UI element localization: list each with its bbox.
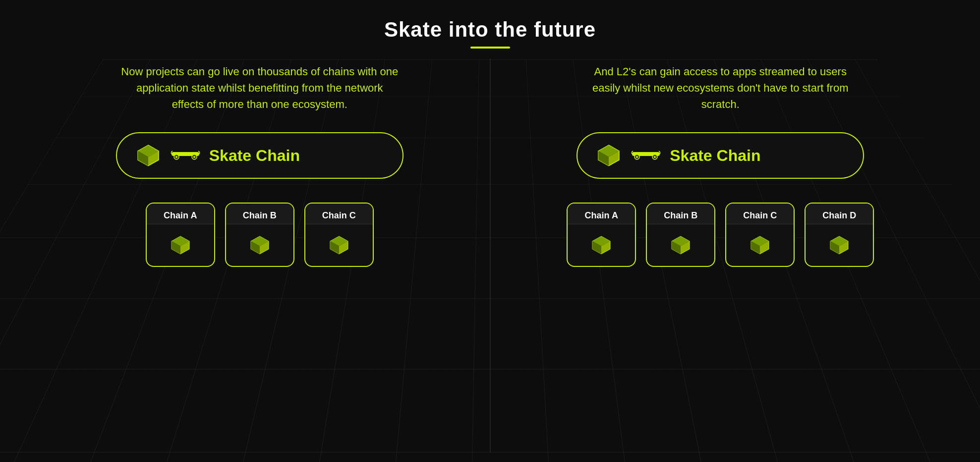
left-chain-b: Chain B	[225, 203, 294, 267]
left-skate-chain-pill: Skate Chain	[116, 132, 404, 179]
page-title: Skate into the future	[384, 18, 596, 42]
right-chain-d-body	[806, 224, 873, 266]
svg-point-6	[175, 156, 177, 158]
right-chain-d-cube	[828, 234, 850, 256]
right-chain-d-label: Chain D	[806, 204, 873, 224]
left-column: Now projects can go live on thousands of…	[30, 49, 490, 462]
right-column: And L2's can gain access to apps streame…	[491, 49, 951, 462]
right-description: And L2's can gain access to apps streame…	[581, 63, 859, 112]
svg-point-8	[193, 156, 195, 158]
right-chain-b-cube	[670, 234, 692, 256]
left-chain-c-body	[305, 224, 373, 266]
right-skate-chain-pill: Skate Chain	[576, 132, 864, 179]
svg-point-27	[636, 156, 638, 158]
left-chain-c: Chain C	[304, 203, 374, 267]
left-chain-c-cube	[328, 234, 350, 256]
left-chain-b-body	[226, 224, 293, 266]
right-chain-b-body	[647, 224, 714, 266]
right-chain-a-cube	[590, 234, 612, 256]
left-chain-a-label: Chain A	[147, 204, 214, 224]
right-chain-c-cube	[749, 234, 771, 256]
right-chain-b: Chain B	[646, 203, 715, 267]
right-skateboard-icon	[631, 146, 661, 165]
left-chain-a-cube	[170, 234, 191, 256]
left-cube-icon	[135, 142, 162, 169]
left-chains-row: Chain A Chain B	[146, 203, 374, 267]
left-chain-a: Chain A	[146, 203, 215, 267]
right-chain-a-body	[568, 224, 635, 266]
left-chain-a-body	[147, 224, 214, 266]
left-description: Now projects can go live on thousands of…	[121, 63, 399, 112]
left-chain-c-label: Chain C	[305, 204, 373, 224]
right-chain-c-body	[726, 224, 794, 266]
right-cube-icon	[595, 142, 622, 169]
left-skate-chain-label: Skate Chain	[209, 147, 300, 165]
two-column-layout: Now projects can go live on thousands of…	[0, 49, 980, 462]
right-chains-row: Chain A Chain B	[567, 203, 874, 267]
left-chain-b-label: Chain B	[226, 204, 293, 224]
svg-point-29	[654, 156, 656, 158]
right-chain-a-label: Chain A	[568, 204, 635, 224]
right-chain-c-label: Chain C	[726, 204, 794, 224]
right-chain-d: Chain D	[805, 203, 874, 267]
right-chain-b-label: Chain B	[647, 204, 714, 224]
page-content: Skate into the future Now projects can g…	[0, 0, 980, 462]
right-chain-c: Chain C	[725, 203, 795, 267]
left-chain-b-cube	[249, 234, 271, 256]
right-skate-chain-label: Skate Chain	[670, 147, 760, 165]
right-chain-a: Chain A	[567, 203, 636, 267]
left-skateboard-icon	[171, 146, 200, 165]
